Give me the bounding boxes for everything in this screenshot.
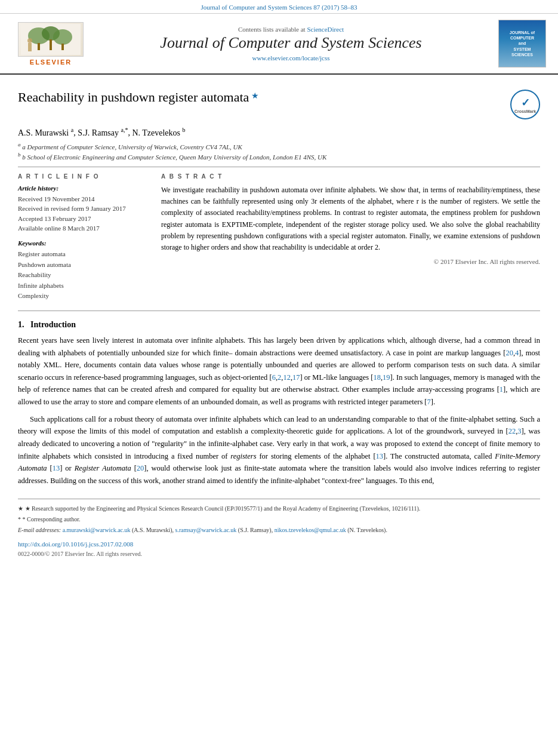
star-footnote-icon: ★ — [251, 91, 259, 100]
intro-section-title: 1. Introduction — [18, 320, 540, 330]
contents-line: Contents lists available at ScienceDirec… — [90, 26, 492, 33]
divider-2 — [18, 311, 540, 311]
footnote-asterisk-icon: * — [18, 516, 21, 523]
journal-cover-right: JOURNAL ofCOMPUTERandSYSTEMSCIENCES — [492, 20, 546, 67]
header-center: Contents lists available at ScienceDirec… — [90, 26, 492, 62]
revised-date: Received in revised form 9 January 2017 — [18, 204, 149, 214]
footnote-3: E-mail addresses: a.murawski@warwick.ac.… — [18, 525, 540, 534]
main-content: Reachability in pushdown register automa… — [0, 75, 558, 566]
paper-title: Reachability in pushdown register automa… — [18, 90, 249, 105]
paper-title-container: Reachability in pushdown register automa… — [18, 90, 259, 105]
svg-point-7 — [27, 38, 32, 43]
ref-12[interactable]: 12 — [283, 373, 291, 382]
abstract-header: A B S T R A C T — [161, 173, 540, 180]
sciencedirect-link[interactable]: ScienceDirect — [307, 26, 344, 33]
footnote-star-icon: ★ — [18, 505, 23, 512]
email-murawski[interactable]: a.murawski@warwick.ac.uk — [63, 527, 131, 533]
ref-6[interactable]: 6 — [272, 373, 276, 382]
ref-19[interactable]: 19 — [383, 373, 390, 382]
doi-area: http://dx.doi.org/10.1016/j.jcss.2017.02… — [18, 539, 540, 557]
ref-2[interactable]: 2 — [278, 373, 281, 382]
ref-13b[interactable]: 13 — [53, 464, 60, 472]
svg-rect-4 — [38, 43, 40, 50]
keyword-3: Reachability — [18, 270, 149, 281]
affiliation-a: a a Department of Computer Science, Univ… — [18, 142, 540, 150]
copyright-line: © 2017 Elsevier Inc. All rights reserved… — [161, 258, 540, 265]
abstract-text: We investigate reachability in pushdown … — [161, 185, 540, 253]
ref-17[interactable]: 17 — [292, 373, 300, 382]
ref-4[interactable]: 4 — [515, 349, 519, 357]
article-history-title: Article history: — [18, 185, 149, 192]
ref-20[interactable]: 20 — [505, 349, 513, 357]
divider-1 — [18, 167, 540, 167]
section-number: 1. — [18, 320, 24, 329]
svg-rect-6 — [61, 44, 64, 50]
authors-line: A.S. Murawski a, S.J. Ramsay a,*, N. Tze… — [18, 127, 540, 138]
ref-7[interactable]: 7 — [427, 398, 431, 406]
elsevier-brand-text: ELSEVIER — [30, 59, 72, 66]
ref-20b[interactable]: 20 — [137, 464, 144, 472]
elsevier-tree-icon — [21, 24, 81, 55]
doi-link[interactable]: http://dx.doi.org/10.1016/j.jcss.2017.02… — [18, 540, 133, 548]
affiliation-b: b b School of Electronic Engineering and… — [18, 152, 540, 161]
page-header: ELSEVIER Contents lists available at Sci… — [0, 14, 558, 75]
footnote-1: ★ ★ Research supported by the Engineerin… — [18, 504, 540, 513]
keyword-5: Complexity — [18, 291, 149, 302]
intro-paragraph-2: Such applications call for a robust theo… — [18, 413, 540, 487]
abstract-col: A B S T R A C T We investigate reachabil… — [161, 173, 540, 302]
keyword-2: Pushdown automata — [18, 260, 149, 271]
email-ramsay[interactable]: s.ramsay@warwick.ac.uk — [175, 527, 237, 533]
keyword-1: Register automata — [18, 249, 149, 260]
svg-point-3 — [53, 29, 72, 45]
issn-line: 0022-0000/© 2017 Elsevier Inc. All right… — [18, 551, 540, 557]
email-label: E-mail addresses: — [18, 527, 61, 533]
journal-title: Journal of Computer and System Sciences — [90, 34, 492, 52]
ref-1[interactable]: 1 — [500, 385, 503, 394]
contents-label: Contents lists available at — [238, 26, 306, 33]
crossmark-badge: ✓ CrossMark — [510, 90, 540, 119]
intro-title-text: Introduction — [30, 320, 76, 329]
ref-13[interactable]: 13 — [376, 452, 384, 460]
intro-paragraph-1: Recent years have seen lively interest i… — [18, 334, 540, 408]
ref-3[interactable]: 3 — [517, 427, 521, 435]
available-date: Available online 8 March 2017 — [18, 223, 149, 233]
ref-22[interactable]: 22 — [508, 427, 516, 435]
article-info-abstract: A R T I C L E I N F O Article history: R… — [18, 173, 540, 302]
footnote-2: * * Corresponding author. — [18, 515, 540, 524]
svg-rect-8 — [28, 43, 32, 51]
journal-ref-text: Journal of Computer and System Sciences … — [201, 4, 357, 11]
keyword-4: Infinite alphabets — [18, 281, 149, 291]
article-info-col: A R T I C L E I N F O Article history: R… — [18, 173, 149, 302]
paper-title-row: Reachability in pushdown register automa… — [18, 90, 540, 119]
journal-ref-bar: Journal of Computer and System Sciences … — [0, 0, 558, 14]
keywords-title: Keywords: — [18, 239, 149, 247]
elsevier-logo-area: ELSEVIER — [12, 22, 90, 66]
email-tzevelekos[interactable]: nikos.tzevelekos@qmul.ac.uk — [275, 527, 346, 533]
article-info-header: A R T I C L E I N F O — [18, 173, 149, 180]
svg-rect-5 — [50, 39, 52, 50]
ref-18[interactable]: 18 — [373, 373, 381, 382]
footnotes-area: ★ ★ Research supported by the Engineerin… — [18, 499, 540, 534]
journal-url[interactable]: www.elsevier.com/locate/jcss — [90, 54, 492, 62]
accepted-date: Accepted 13 February 2017 — [18, 214, 149, 224]
received-date: Received 19 November 2014 — [18, 194, 149, 204]
journal-cover-text: JOURNAL ofCOMPUTERandSYSTEMSCIENCES — [510, 30, 535, 57]
introduction-section: 1. Introduction Recent years have seen l… — [18, 320, 540, 487]
journal-cover-image: JOURNAL ofCOMPUTERandSYSTEMSCIENCES — [498, 20, 546, 67]
